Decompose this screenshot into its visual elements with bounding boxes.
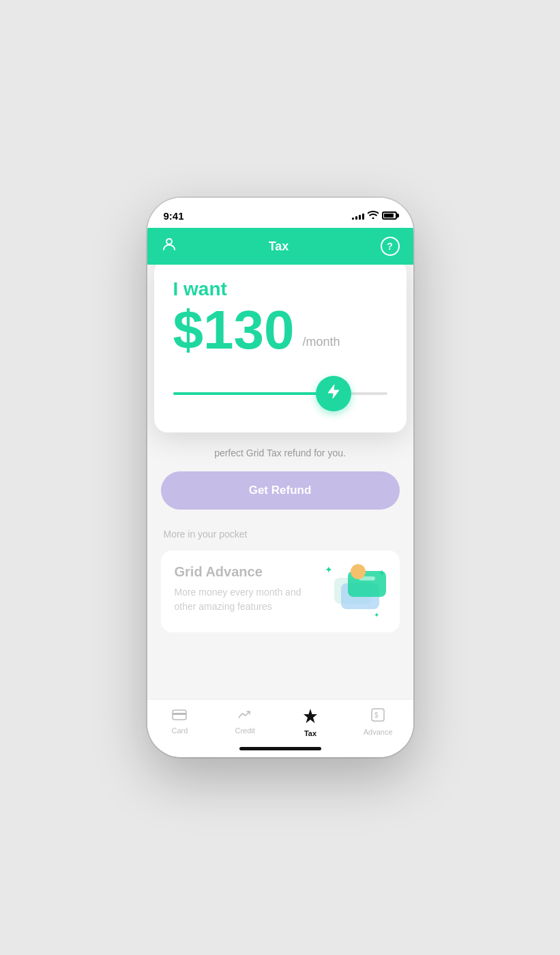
bolt-icon [327,384,340,403]
advance-nav-icon: $ [371,708,385,725]
wifi-icon [368,211,379,221]
phone-frame: 9:41 [147,198,413,757]
credit-nav-label: Credit [235,726,255,735]
feature-title: Grid Advance [175,564,318,580]
get-refund-button[interactable]: Get Refund [161,471,400,510]
battery-icon [382,211,397,220]
bottom-nav: Card Credit Tax $ [147,699,413,743]
feature-illustration: ✦ ✦ ✦ [318,564,386,619]
amount-row: $130 /month [173,303,387,357]
home-indicator [147,743,413,757]
svg-text:$: $ [374,711,379,719]
amount-value: $130 [173,303,295,357]
below-card-section: perfect Grid Tax refund for you. Get Ref… [147,432,413,639]
feature-text: Grid Advance More money every month and … [175,564,318,614]
slider-container[interactable] [173,377,387,411]
nav-item-card[interactable]: Card [159,705,200,740]
card-nav-label: Card [171,726,188,735]
svg-rect-2 [173,713,186,715]
sparkle-icon: ✦ [325,564,333,575]
help-button[interactable]: ? [381,237,400,256]
advance-nav-label: Advance [364,728,393,736]
nav-item-tax[interactable]: Tax [290,705,331,740]
home-bar [239,747,321,750]
svg-point-0 [166,239,172,244]
coin-icon [351,564,366,579]
app-header: Tax ? [147,228,413,265]
slider-track [173,392,387,395]
main-content: I want $130 /month perfe [147,265,413,699]
nav-item-credit[interactable]: Credit [224,705,265,740]
section-label: More in your pocket [161,529,400,540]
status-bar: 9:41 [147,198,413,228]
want-label: I want [173,278,387,300]
nav-item-advance[interactable]: $ Advance [355,705,401,740]
slider-fill [173,392,334,395]
profile-icon[interactable] [161,236,177,256]
status-icons [352,211,397,221]
signal-icon [352,211,364,220]
sparkle-icon-3: ✦ [374,611,379,619]
slider-card: I want $130 /month [154,265,407,432]
status-time: 9:41 [164,210,184,222]
per-month-label: /month [302,335,340,349]
refund-description: perfect Grid Tax refund for you. [161,446,400,460]
feature-card: Grid Advance More money every month and … [161,550,400,632]
tax-nav-label: Tax [304,729,316,737]
tax-nav-icon [303,708,318,726]
slider-thumb[interactable] [316,376,351,411]
feature-desc: More money every month and other amazing… [175,585,318,614]
header-title: Tax [269,239,289,254]
credit-nav-icon [237,708,252,724]
card-nav-icon [172,708,187,724]
